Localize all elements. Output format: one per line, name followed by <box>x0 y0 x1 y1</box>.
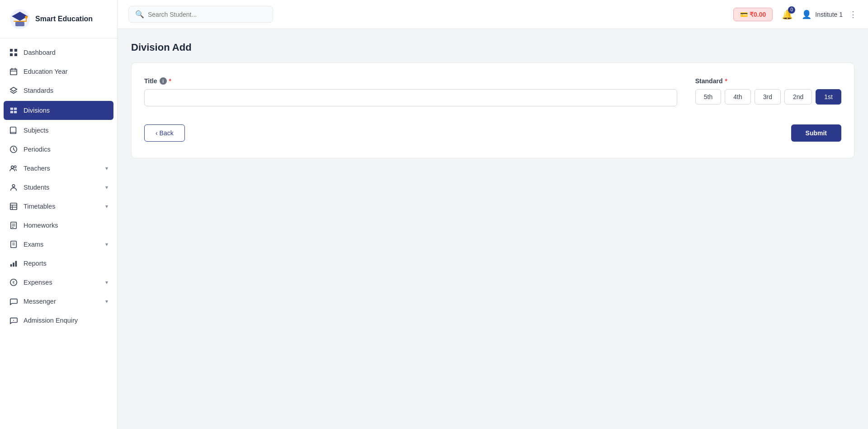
standard-3rd-button[interactable]: 3rd <box>755 89 781 105</box>
title-input[interactable] <box>144 89 677 106</box>
sidebar-item-divisions[interactable]: Divisions <box>4 101 113 120</box>
required-marker: * <box>169 77 171 85</box>
expenses-icon: ₹ <box>9 278 18 287</box>
user-info[interactable]: 👤 Institute 1 <box>802 10 843 19</box>
sidebar-item-exams[interactable]: Exams ▾ <box>0 235 117 254</box>
sidebar-item-label: Expenses <box>24 279 52 286</box>
svg-rect-8 <box>10 53 13 56</box>
svg-point-40 <box>13 320 14 321</box>
clock-icon <box>9 145 18 154</box>
book-icon <box>9 126 18 135</box>
table-icon <box>9 202 18 211</box>
sidebar-item-periodics[interactable]: Periodics <box>0 140 117 159</box>
back-button[interactable]: ‹ Back <box>144 124 185 142</box>
user-icon: 👤 <box>802 10 811 19</box>
title-label: Title i * <box>144 77 677 85</box>
sidebar-item-students[interactable]: Students ▾ <box>0 178 117 197</box>
svg-point-22 <box>14 166 16 168</box>
standard-1st-button[interactable]: 1st <box>816 89 841 105</box>
svg-rect-35 <box>10 264 12 267</box>
sidebar: Smart Education Dashboard Education Year… <box>0 0 118 429</box>
header: 🔍 💳 ₹0.00 🔔 0 👤 Institute 1 ⋮ <box>118 0 868 29</box>
user-name: Institute 1 <box>815 11 843 18</box>
chevron-down-icon: ▾ <box>105 165 108 172</box>
chevron-down-icon: ▾ <box>105 279 108 286</box>
chevron-down-icon: ▾ <box>105 203 108 210</box>
svg-text:₹: ₹ <box>12 281 15 285</box>
notification-badge: 0 <box>788 6 795 14</box>
sidebar-item-label: Periodics <box>24 146 51 153</box>
rupee-badge[interactable]: 💳 ₹0.00 <box>733 8 773 21</box>
svg-rect-36 <box>13 262 14 267</box>
svg-rect-15 <box>10 108 13 110</box>
svg-rect-7 <box>14 49 17 52</box>
search-input[interactable] <box>148 11 266 18</box>
svg-rect-37 <box>15 261 17 267</box>
sidebar-item-timetables[interactable]: Timetables ▾ <box>0 197 117 216</box>
sidebar-item-label: Dashboard <box>24 49 56 56</box>
grid-icon <box>9 48 18 57</box>
division-add-card: Title i * Standard * 5th 4th 3rd <box>131 62 854 158</box>
sidebar-item-label: Standards <box>24 87 53 94</box>
sidebar-item-expenses[interactable]: ₹ Expenses ▾ <box>0 273 117 292</box>
standard-5th-button[interactable]: 5th <box>695 89 721 105</box>
svg-rect-32 <box>11 241 17 248</box>
sidebar-item-dashboard[interactable]: Dashboard <box>0 43 117 62</box>
svg-rect-3 <box>15 22 24 26</box>
search-icon: 🔍 <box>135 10 144 19</box>
sidebar-item-standards[interactable]: Standards <box>0 81 117 100</box>
sidebar-item-subjects[interactable]: Subjects <box>0 121 117 140</box>
sidebar-nav: Dashboard Education Year Standards Divis… <box>0 38 117 429</box>
sidebar-item-education-year[interactable]: Education Year <box>0 62 117 81</box>
page-content: Division Add Title i * Standard * <box>118 29 868 429</box>
sidebar-item-label: Divisions <box>24 107 50 114</box>
sidebar-item-label: Reports <box>24 260 47 267</box>
sidebar-item-messenger[interactable]: Messenger ▾ <box>0 292 117 311</box>
sidebar-item-label: Students <box>24 184 49 191</box>
chevron-down-icon: ▾ <box>105 298 108 305</box>
divisions-icon <box>9 106 18 115</box>
sidebar-item-teachers[interactable]: Teachers ▾ <box>0 159 117 178</box>
required-marker: * <box>725 77 727 85</box>
svg-rect-2 <box>14 21 26 22</box>
submit-button[interactable]: Submit <box>791 124 841 142</box>
svg-rect-5 <box>26 18 27 22</box>
sidebar-item-label: Exams <box>24 241 43 248</box>
svg-point-23 <box>12 185 14 187</box>
rupee-amount: ₹0.00 <box>750 11 766 18</box>
logo-area: Smart Education <box>0 0 117 38</box>
bar-chart-icon <box>9 259 18 268</box>
enquiry-icon <box>9 316 18 325</box>
logo-icon <box>9 8 31 30</box>
exams-icon <box>9 240 18 249</box>
users-icon <box>9 164 18 173</box>
standard-options: 5th 4th 3rd 2nd 1st <box>695 89 841 105</box>
form-row: Title i * Standard * 5th 4th 3rd <box>144 77 841 106</box>
sidebar-item-reports[interactable]: Reports <box>0 254 117 273</box>
layers-icon <box>9 86 18 95</box>
search-box[interactable]: 🔍 <box>128 6 273 23</box>
chevron-down-icon: ▾ <box>105 184 108 191</box>
notification-button[interactable]: 🔔 0 <box>779 6 795 23</box>
sidebar-item-label: Homeworks <box>24 222 58 229</box>
svg-point-21 <box>11 166 14 168</box>
info-icon: i <box>160 77 167 85</box>
sidebar-item-label: Subjects <box>24 127 49 134</box>
svg-rect-24 <box>10 203 17 210</box>
sidebar-item-label: Admission Enquiry <box>24 317 78 324</box>
header-right: 💳 ₹0.00 🔔 0 👤 Institute 1 ⋮ <box>733 6 857 23</box>
main-area: 🔍 💳 ₹0.00 🔔 0 👤 Institute 1 ⋮ Division A… <box>118 0 868 429</box>
rupee-icon: 💳 <box>740 11 748 18</box>
svg-rect-18 <box>14 111 17 113</box>
standard-2nd-button[interactable]: 2nd <box>784 89 812 105</box>
sidebar-item-admission-enquiry[interactable]: Admission Enquiry <box>0 311 117 330</box>
sidebar-item-label: Teachers <box>24 165 50 172</box>
svg-rect-16 <box>14 108 17 110</box>
standard-4th-button[interactable]: 4th <box>725 89 750 105</box>
students-icon <box>9 183 18 192</box>
sidebar-item-label: Timetables <box>24 203 55 210</box>
sidebar-item-homeworks[interactable]: Homeworks <box>0 216 117 235</box>
svg-rect-9 <box>14 53 17 56</box>
more-options-button[interactable]: ⋮ <box>849 10 857 19</box>
chevron-down-icon: ▾ <box>105 241 108 248</box>
